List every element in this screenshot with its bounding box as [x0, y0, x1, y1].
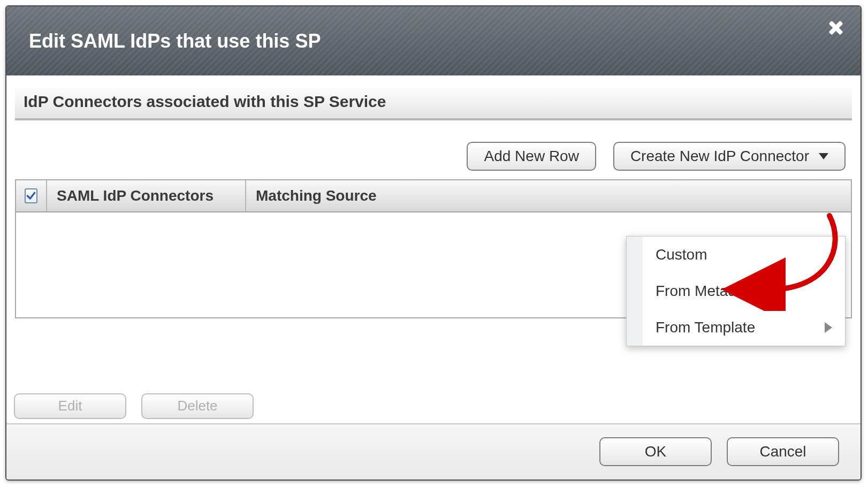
row-actions: Edit Delete: [6, 381, 861, 423]
modal-dialog: Edit SAML IdPs that use this SP IdP Conn…: [5, 5, 862, 481]
dropdown-item-label: From Metadata: [656, 283, 757, 300]
table-header-row: SAML IdP Connectors Matching Source: [16, 180, 851, 212]
dropdown-item-label: Custom: [656, 246, 707, 263]
submenu-arrow-icon: [825, 322, 832, 333]
delete-label: Delete: [177, 398, 217, 414]
dropdown-item-from-metadata[interactable]: From Metadata: [627, 273, 845, 309]
column-header-matching-source[interactable]: Matching Source: [246, 180, 851, 211]
cancel-button[interactable]: Cancel: [727, 437, 839, 466]
dialog-title: Edit SAML IdPs that use this SP: [6, 30, 321, 52]
add-new-row-button[interactable]: Add New Row: [467, 142, 596, 171]
ok-label: OK: [645, 443, 666, 460]
cancel-label: Cancel: [759, 443, 806, 460]
create-new-idp-connector-label: Create New IdP Connector: [630, 148, 809, 165]
table-toolbar: Add New Row Create New IdP Connector: [15, 120, 852, 179]
select-all-header[interactable]: [16, 180, 47, 211]
dropdown-item-custom[interactable]: Custom: [627, 237, 845, 273]
dropdown-item-label: From Template: [656, 319, 755, 336]
ok-button[interactable]: OK: [599, 437, 712, 466]
create-new-idp-connector-button[interactable]: Create New IdP Connector: [613, 142, 846, 171]
chevron-down-icon: [819, 153, 828, 159]
dropdown-item-from-template[interactable]: From Template: [627, 309, 845, 346]
dialog-body: IdP Connectors associated with this SP S…: [6, 75, 861, 380]
edit-button[interactable]: Edit: [14, 393, 126, 419]
dialog-footer: OK Cancel: [6, 423, 861, 480]
edit-label: Edit: [58, 398, 82, 414]
close-icon[interactable]: [826, 18, 846, 37]
select-all-checkbox[interactable]: [25, 188, 37, 203]
spacer: Edit Delete: [6, 381, 861, 423]
section-header: IdP Connectors associated with this SP S…: [15, 85, 852, 120]
create-connector-dropdown: Custom From Metadata From Template: [626, 236, 846, 346]
column-header-connectors[interactable]: SAML IdP Connectors: [47, 180, 246, 211]
add-new-row-label: Add New Row: [484, 148, 578, 165]
delete-button[interactable]: Delete: [141, 393, 254, 419]
dialog-titlebar: Edit SAML IdPs that use this SP: [6, 6, 861, 75]
